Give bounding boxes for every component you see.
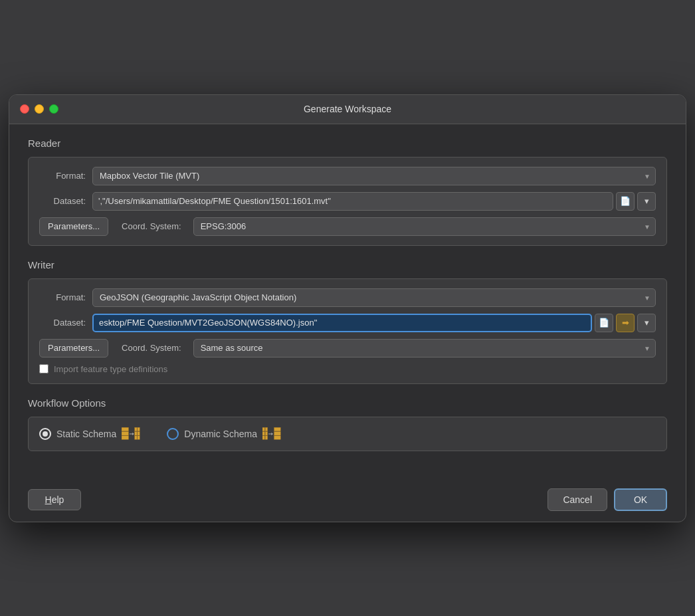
static-schema-option[interactable]: Static Schema bbox=[39, 427, 140, 441]
dynamic-schema-option[interactable]: Dynamic Schema bbox=[167, 427, 281, 441]
file-icon: 📄 bbox=[620, 196, 631, 206]
dynamic-schema-icon bbox=[262, 427, 281, 441]
svg-rect-12 bbox=[265, 427, 268, 431]
writer-dataset-file-icon[interactable]: 📄 bbox=[595, 314, 613, 332]
svg-rect-21 bbox=[274, 435, 280, 439]
reader-section: Format: Mapbox Vector Tile (MVT) ▼ Datas… bbox=[28, 157, 667, 246]
cancel-button[interactable]: Cancel bbox=[547, 488, 607, 511]
file-icon: 📄 bbox=[599, 318, 609, 328]
dialog-body: Reader Format: Mapbox Vector Tile (MVT) … bbox=[9, 124, 686, 483]
workflow-radio-row: Static Schema bbox=[28, 417, 667, 451]
writer-format-label: Format: bbox=[39, 292, 92, 302]
arrow-icon: ➡ bbox=[622, 318, 629, 328]
svg-marker-18 bbox=[271, 432, 273, 435]
reader-dataset-file-icon[interactable]: 📄 bbox=[616, 192, 635, 211]
dialog-title: Generate Workspace bbox=[304, 104, 391, 114]
svg-rect-6 bbox=[138, 427, 140, 431]
static-schema-label: Static Schema bbox=[56, 429, 116, 439]
import-checkbox[interactable] bbox=[39, 364, 49, 373]
writer-coord-select-wrapper: Same as source ▼ bbox=[193, 339, 656, 358]
svg-marker-4 bbox=[132, 432, 134, 435]
chevron-down-icon: ▾ bbox=[645, 318, 649, 328]
window-controls bbox=[20, 104, 58, 114]
writer-dataset-row: Dataset: 📄 ➡ ▾ bbox=[39, 314, 656, 332]
reader-coord-select[interactable]: EPSG:3006 bbox=[193, 217, 656, 236]
writer-dataset-dropdown-icon[interactable]: ▾ bbox=[637, 314, 656, 332]
reader-format-label: Format: bbox=[39, 171, 92, 181]
generate-workspace-dialog: Generate Workspace Reader Format: Mapbox… bbox=[9, 94, 686, 522]
import-checkbox-label: Import feature type definitions bbox=[54, 364, 167, 374]
writer-dataset-input[interactable] bbox=[92, 314, 592, 332]
writer-dataset-label: Dataset: bbox=[39, 318, 92, 328]
title-bar: Generate Workspace bbox=[9, 95, 686, 124]
workflow-section-label: Workflow Options bbox=[28, 397, 667, 409]
svg-rect-14 bbox=[265, 431, 268, 435]
writer-coord-select[interactable]: Same as source bbox=[193, 339, 656, 358]
writer-dataset-arrow-icon[interactable]: ➡ bbox=[616, 314, 635, 332]
svg-rect-15 bbox=[262, 435, 265, 439]
reader-parameters-button[interactable]: Parameters... bbox=[39, 217, 108, 236]
reader-coord-select-wrapper: EPSG:3006 ▼ bbox=[193, 217, 656, 236]
reader-dataset-input-group: 📄 ▾ bbox=[92, 192, 656, 211]
reader-section-label: Reader bbox=[28, 138, 667, 149]
close-button[interactable] bbox=[20, 104, 29, 114]
reader-dataset-input[interactable] bbox=[92, 192, 613, 211]
svg-rect-13 bbox=[262, 431, 265, 435]
reader-params-row: Parameters... Coord. System: EPSG:3006 ▼ bbox=[39, 217, 656, 236]
folder-icon: ▾ bbox=[645, 196, 649, 206]
footer-left: Help bbox=[28, 489, 81, 510]
help-button-rest: elp bbox=[52, 494, 64, 505]
help-button[interactable]: Help bbox=[28, 489, 81, 510]
writer-format-select-wrapper: GeoJSON (Geographic JavaScript Object No… bbox=[92, 288, 656, 307]
writer-coord-label: Coord. System: bbox=[115, 343, 181, 353]
svg-rect-10 bbox=[138, 435, 140, 439]
reader-format-select[interactable]: Mapbox Vector Tile (MVT) bbox=[92, 167, 656, 185]
writer-format-row: Format: GeoJSON (Geographic JavaScript O… bbox=[39, 288, 656, 307]
svg-rect-7 bbox=[135, 431, 138, 435]
svg-rect-16 bbox=[265, 435, 268, 439]
import-checkbox-row: Import feature type definitions bbox=[39, 364, 656, 374]
svg-rect-2 bbox=[122, 435, 129, 439]
svg-rect-20 bbox=[274, 431, 280, 435]
svg-rect-19 bbox=[274, 427, 280, 431]
ok-button[interactable]: OK bbox=[614, 488, 667, 511]
workflow-options-section: Workflow Options Static Schema bbox=[28, 397, 667, 451]
static-schema-radio[interactable] bbox=[39, 428, 51, 440]
maximize-button[interactable] bbox=[49, 104, 58, 114]
minimize-button[interactable] bbox=[35, 104, 44, 114]
svg-rect-11 bbox=[262, 427, 265, 431]
dynamic-schema-radio[interactable] bbox=[167, 428, 179, 440]
svg-rect-9 bbox=[135, 435, 138, 439]
writer-format-select[interactable]: GeoJSON (Geographic JavaScript Object No… bbox=[92, 288, 656, 307]
reader-format-select-wrapper: Mapbox Vector Tile (MVT) ▼ bbox=[92, 167, 656, 185]
writer-params-row: Parameters... Coord. System: Same as sou… bbox=[39, 339, 656, 358]
svg-rect-0 bbox=[122, 427, 129, 431]
reader-coord-label: Coord. System: bbox=[115, 221, 181, 231]
writer-dataset-input-group: 📄 ➡ ▾ bbox=[92, 314, 656, 332]
static-schema-icon bbox=[122, 427, 140, 441]
svg-rect-5 bbox=[135, 427, 138, 431]
dynamic-schema-label: Dynamic Schema bbox=[184, 429, 257, 439]
svg-rect-8 bbox=[138, 431, 140, 435]
svg-rect-1 bbox=[122, 431, 129, 435]
writer-parameters-button[interactable]: Parameters... bbox=[39, 339, 108, 358]
writer-section: Format: GeoJSON (Geographic JavaScript O… bbox=[28, 278, 667, 384]
reader-format-row: Format: Mapbox Vector Tile (MVT) ▼ bbox=[39, 167, 656, 185]
help-button-label: H bbox=[45, 494, 52, 505]
dialog-footer: Help Cancel OK bbox=[9, 483, 686, 522]
footer-right: Cancel OK bbox=[547, 488, 667, 511]
writer-section-label: Writer bbox=[28, 259, 667, 270]
reader-dataset-label: Dataset: bbox=[39, 196, 92, 206]
reader-dataset-folder-icon[interactable]: ▾ bbox=[637, 192, 656, 211]
reader-dataset-row: Dataset: 📄 ▾ bbox=[39, 192, 656, 211]
